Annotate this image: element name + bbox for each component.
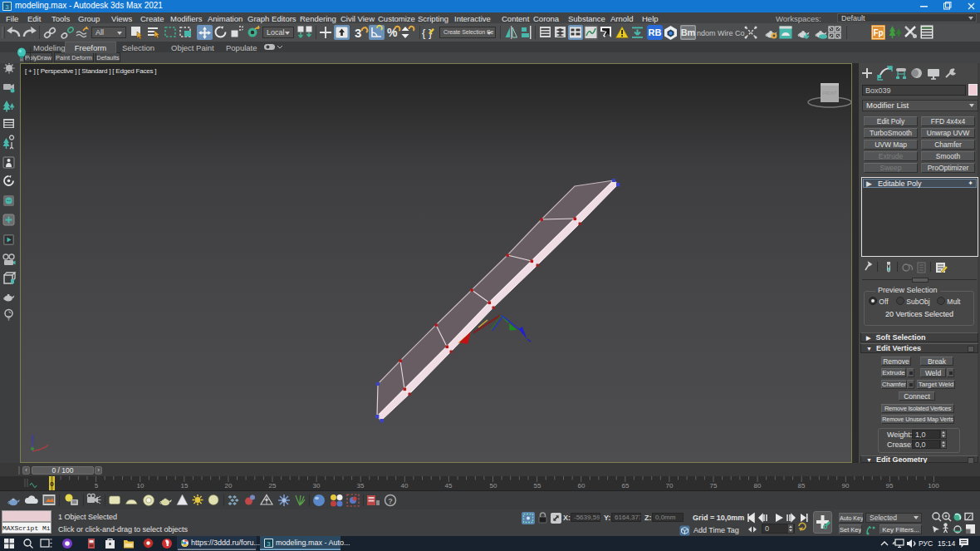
svg-text:50: 50 xyxy=(490,482,497,490)
svg-text:100: 100 xyxy=(928,482,939,490)
svg-text:35: 35 xyxy=(357,482,365,490)
svg-text:РУС: РУС xyxy=(919,539,933,548)
svg-text:%: % xyxy=(387,26,398,39)
svg-text:3: 3 xyxy=(5,3,9,11)
svg-text:Bm: Bm xyxy=(681,27,696,37)
svg-text:3: 3 xyxy=(355,26,361,40)
svg-text:?: ? xyxy=(388,497,393,505)
svg-text:60: 60 xyxy=(578,482,586,490)
svg-text:20: 20 xyxy=(225,482,233,490)
svg-text:80: 80 xyxy=(754,482,762,490)
svg-text:3: 3 xyxy=(267,540,271,548)
svg-text:85: 85 xyxy=(798,482,806,490)
svg-text:10: 10 xyxy=(137,482,145,490)
svg-text:40: 40 xyxy=(401,482,409,490)
svg-text:30: 30 xyxy=(313,482,321,490)
svg-text:15:14: 15:14 xyxy=(938,539,956,548)
svg-text:25: 25 xyxy=(269,482,277,490)
svg-text:90: 90 xyxy=(842,482,850,490)
svg-text:15: 15 xyxy=(181,482,189,490)
svg-text:95: 95 xyxy=(886,482,894,490)
svg-text:65: 65 xyxy=(622,482,630,490)
svg-text:70: 70 xyxy=(666,482,674,490)
svg-text:55: 55 xyxy=(534,482,541,490)
svg-text:RB: RB xyxy=(649,27,662,37)
svg-text:75: 75 xyxy=(710,482,718,490)
svg-text:45: 45 xyxy=(445,482,453,490)
svg-text:FRONT: FRONT xyxy=(822,91,836,96)
svg-text:Fp: Fp xyxy=(873,28,883,37)
svg-text:5: 5 xyxy=(95,482,99,490)
svg-text:ndom Wire Co: ndom Wire Co xyxy=(697,29,745,37)
